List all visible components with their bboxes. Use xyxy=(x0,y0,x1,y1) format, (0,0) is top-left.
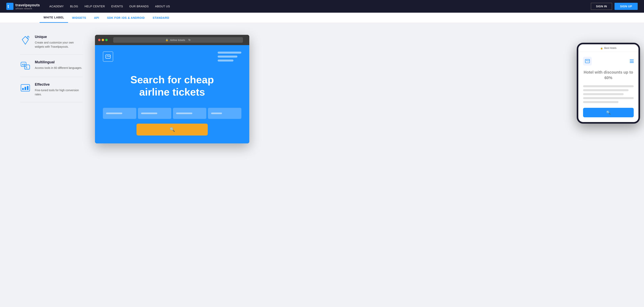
tab-white-label[interactable]: WHITE LABEL xyxy=(40,13,68,23)
browser-mockup: 🔒 Airline tickets ↻ xyxy=(95,35,249,144)
nav-blog[interactable]: BLOG xyxy=(70,5,78,8)
hamburger-icon[interactable] xyxy=(630,60,634,63)
search-field-1 xyxy=(103,108,136,119)
svg-rect-12 xyxy=(27,86,28,90)
browser-search-fields xyxy=(103,108,242,119)
search-field-3 xyxy=(173,108,206,119)
nav-bar-2 xyxy=(218,56,238,58)
tabs-bar: WHITE LABEL WIDGETS API SDK FOR iOS & AN… xyxy=(0,13,644,23)
feature-effective: Effective Fine-tuned tools for high conv… xyxy=(20,77,83,102)
mobile-content: Hotel with discounts up to 60% 🔍 xyxy=(578,52,638,122)
navbar: t travelpayouts affiliate network ACADEM… xyxy=(0,0,644,13)
browser-content: Search for cheap airline tickets xyxy=(95,45,249,144)
mobile-skeleton xyxy=(583,85,634,103)
browser-url-text: Airline tickets xyxy=(170,38,185,42)
nav-bar-3 xyxy=(218,60,234,62)
logo[interactable]: t travelpayouts affiliate network xyxy=(6,3,40,10)
translate-icon: AB 文 xyxy=(20,60,31,71)
search-field-2 xyxy=(138,108,171,119)
mockup-area: 🔒 Airline tickets ↻ xyxy=(95,35,624,150)
nav-events[interactable]: EVENTS xyxy=(111,5,123,8)
mobile-topbar: 🔒 Best Hotels xyxy=(578,44,638,52)
browser-nav-strip xyxy=(103,52,242,62)
dot-yellow xyxy=(102,39,104,41)
feature-effective-desc: Fine-tuned tools for high conversion rat… xyxy=(35,88,83,96)
browser-logo-box xyxy=(103,52,113,62)
feature-multilingual-title: Multilingual xyxy=(35,60,82,64)
feature-unique-title: Unique xyxy=(35,35,83,39)
chart-icon xyxy=(20,82,31,94)
tab-sdk[interactable]: SDK FOR iOS & ANDROID xyxy=(103,13,149,22)
feature-effective-title: Effective xyxy=(35,82,83,87)
mobile-search-button[interactable]: 🔍 xyxy=(583,108,634,117)
nav-links: ACADEMY BLOG HELP CENTER EVENTS OUR BRAN… xyxy=(50,5,591,8)
mobile-headline: Hotel with discounts up to 60% xyxy=(583,70,634,80)
feature-unique-desc: Create and customize your own widgets wi… xyxy=(35,40,83,49)
tab-widgets[interactable]: WIDGETS xyxy=(68,13,90,22)
browser-dots xyxy=(98,39,108,41)
tab-api[interactable]: API xyxy=(90,13,103,22)
lock-icon: 🔒 xyxy=(166,38,168,41)
mobile-mockup: 🔒 Best Hotels xyxy=(577,43,640,124)
reload-icon: ↻ xyxy=(188,38,191,42)
nav-about-us[interactable]: ABOUT US xyxy=(155,5,170,8)
nav-help-center[interactable]: HELP CENTER xyxy=(84,5,105,8)
svg-text:AB: AB xyxy=(22,63,25,66)
signup-button[interactable]: SIGN UP xyxy=(614,3,638,10)
brand-name: travelpayouts xyxy=(16,3,40,7)
browser-search-button[interactable]: 🔍 xyxy=(136,124,208,136)
feature-multilingual-desc: Access tools in 60 different languages. xyxy=(35,66,82,70)
search-field-4 xyxy=(208,108,242,119)
dot-red xyxy=(98,39,100,41)
mobile-header-row xyxy=(583,57,634,66)
browser-headline: Search for cheap airline tickets xyxy=(103,74,242,98)
mobile-search-icon: 🔍 xyxy=(606,110,610,115)
browser-search-icon: 🔍 xyxy=(170,127,175,132)
brand-sub: affiliate network xyxy=(16,7,40,10)
mobile-lock-icon: 🔒 xyxy=(600,47,603,50)
feature-unique: Unique Create and customize your own wid… xyxy=(20,35,83,54)
features-list: Unique Create and customize your own wid… xyxy=(20,35,83,102)
diamond-icon xyxy=(20,35,31,46)
svg-rect-10 xyxy=(22,88,24,90)
browser-nav-bars xyxy=(218,52,242,62)
svg-text:t: t xyxy=(8,4,9,9)
logo-icon: t xyxy=(6,3,14,10)
signin-button[interactable]: SIGN IN xyxy=(591,3,612,10)
browser-address-bar[interactable]: 🔒 Airline tickets ↻ xyxy=(113,37,243,43)
browser-topbar: 🔒 Airline tickets ↻ xyxy=(95,35,249,45)
dot-green xyxy=(105,39,108,41)
svg-rect-14 xyxy=(106,55,110,58)
nav-academy[interactable]: ACADEMY xyxy=(50,5,64,8)
svg-rect-11 xyxy=(24,87,26,90)
nav-bar-1 xyxy=(218,52,242,54)
svg-text:文: 文 xyxy=(26,66,28,69)
feature-multilingual: AB 文 Multilingual Access tools in 60 dif… xyxy=(20,54,83,77)
nav-our-brands[interactable]: OUR BRANDS xyxy=(129,5,148,8)
mobile-url-text: Best Hotels xyxy=(604,47,616,50)
mobile-logo-box xyxy=(583,57,592,66)
main-content: Unique Create and customize your own wid… xyxy=(0,23,644,307)
tab-standard[interactable]: STANDARD xyxy=(149,13,173,22)
nav-actions: SIGN IN SIGN UP xyxy=(591,3,638,10)
